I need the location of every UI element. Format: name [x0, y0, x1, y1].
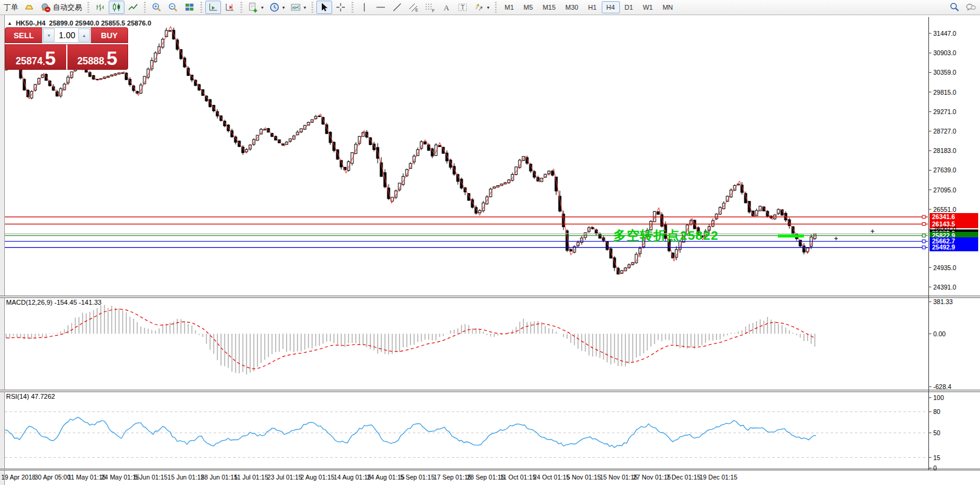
price-axis-tick: 24935.0	[933, 264, 956, 271]
sell-price-pips: 5	[45, 49, 56, 67]
sell-price-main: 25874	[16, 55, 43, 67]
time-axis-label: 15 Jun 01:15	[168, 473, 205, 481]
rsi-axis-tick: 80	[933, 408, 941, 415]
buy-button-label: BUY	[101, 31, 117, 40]
one-click-trading-panel: SELL ▼ 1.00 ▲ BUY 25874.5 25888.5	[5, 27, 128, 70]
time-axis-label: 30 Apr 05:00	[35, 473, 71, 481]
chart-annotation-text: 多空转折点25822	[613, 227, 718, 244]
time-axis-label: 5 Nov 01:15	[567, 473, 601, 481]
chart-ohlc-values: 25899.0 25940.0 25855.5 25876.0	[49, 19, 151, 27]
chart-canvas[interactable]	[0, 0, 980, 485]
price-axis-tick: 26551.0	[933, 206, 956, 213]
chart-header: ▲ HK50-,H4 25899.0 25940.0 25855.5 25876…	[7, 19, 151, 27]
buy-price-pips: 5	[107, 49, 118, 67]
time-axis-label: 24 Oct 01:15	[533, 473, 570, 481]
price-axis-tick: 29815.0	[933, 89, 956, 96]
price-axis-tick: 29271.0	[933, 108, 956, 115]
time-axis-label: 24 Aug 01:15	[367, 473, 404, 481]
volume-spinner: ▼ 1.00 ▲	[42, 27, 91, 43]
time-axis-label: 5 Jun 01:15	[134, 473, 168, 481]
rsi-axis-tick: 0	[933, 464, 937, 472]
volume-decrease-button[interactable]: ▼	[43, 29, 55, 42]
sell-button-label: SELL	[13, 31, 33, 40]
buy-price-main: 25888	[77, 55, 104, 67]
volume-increase-button[interactable]: ▲	[78, 29, 90, 42]
time-axis-label: 11 Oct 01:15	[500, 473, 536, 481]
rsi-axis-tick: 100	[933, 394, 944, 401]
price-axis-tick: 27095.0	[933, 186, 956, 194]
chart-symbol-period: HK50-,H4	[16, 19, 46, 27]
buy-price[interactable]: 25888.5	[67, 44, 129, 70]
rsi-axis-tick: 15	[933, 454, 941, 461]
volume-value[interactable]: 1.00	[55, 28, 78, 42]
macd-indicator-label: MACD(12,26,9) -154.45 -141.33	[6, 299, 101, 306]
rsi-indicator-label: RSI(14) 47.7262	[6, 393, 55, 400]
price-axis-tick: 24391.0	[933, 283, 956, 291]
time-axis-label: 19 Apr 2018	[1, 473, 36, 481]
time-axis-label: 2 Aug 01:15	[301, 473, 335, 481]
price-axis-tick: 28183.0	[933, 147, 956, 154]
time-axis-label: 27 Nov 01:15	[633, 473, 670, 481]
price-axis-tick: 28727.0	[933, 127, 956, 135]
time-axis-label: 14 Aug 01:15	[334, 473, 372, 481]
price-axis-tick: 30359.0	[933, 69, 956, 76]
time-axis-label: 11 May 01:15	[68, 473, 106, 481]
mt4-window: 丁单 自动交易	[0, 0, 980, 485]
price-axis-tick: 27639.0	[933, 166, 956, 174]
price-axis-tick: 31447.0	[933, 30, 956, 37]
macd-axis-tick: 381.33	[933, 298, 953, 305]
time-axis-label: 5 Sep 01:15	[400, 473, 435, 481]
sell-price[interactable]: 25874.5	[5, 44, 67, 70]
price-axis-tick: 26007.0	[933, 225, 956, 232]
time-axis-label: 15 Nov 01:15	[600, 473, 638, 481]
macd-axis-tick: 0.00	[933, 330, 945, 337]
time-axis-label: 19 Dec 01:15	[699, 473, 737, 481]
time-axis-label: 7 Dec 01:15	[666, 473, 701, 481]
time-axis-label: 28 Sep 01:15	[467, 473, 505, 481]
time-axis-label: 11 Jul 01:15	[234, 473, 268, 481]
time-axis-label: 28 Jun 01:15	[201, 473, 238, 481]
price-level-label: 25492.9	[930, 243, 978, 251]
time-axis-label: 17 Sep 01:15	[434, 473, 471, 481]
time-axis-label: 23 Jul 01:15	[267, 473, 302, 481]
price-axis-tick: 30903.0	[933, 49, 956, 56]
buy-button[interactable]: BUY	[91, 27, 128, 43]
macd-axis-tick: -628.4	[933, 383, 951, 390]
sell-button[interactable]: SELL	[5, 27, 42, 43]
rsi-axis-tick: 50	[933, 429, 941, 436]
collapse-triangle-icon[interactable]: ▲	[7, 21, 12, 26]
